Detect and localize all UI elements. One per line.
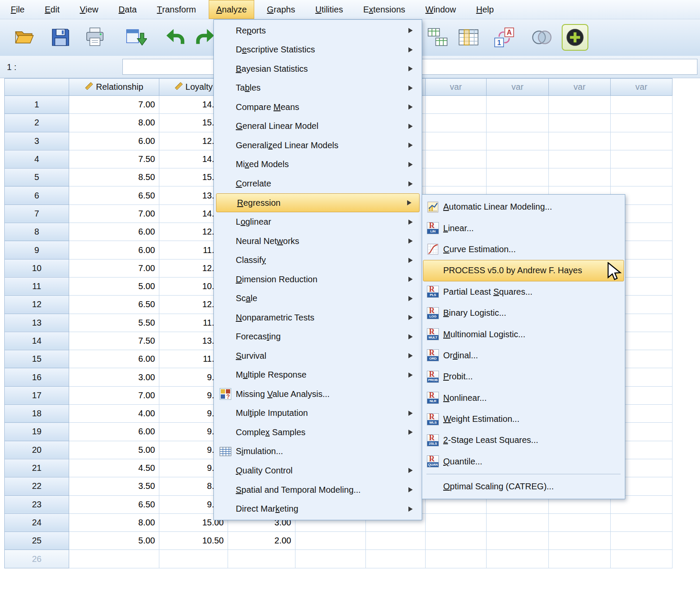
analyze-item-missing-value-analysis[interactable]: ?Missing Value Analysis... (215, 384, 421, 404)
analyze-item-multiple-response[interactable]: Multiple Response (215, 366, 421, 385)
regression-item-ordinal[interactable]: RORDOrdinal... (423, 345, 624, 366)
analyze-item-reports[interactable]: Reports (215, 21, 421, 40)
value-labels-button[interactable]: A1 (491, 24, 517, 51)
regression-item-process-v5-0-by-andrew-f-hayes[interactable]: PROCESS v5.0 by Andrew F. Hayes (423, 260, 624, 281)
undo-button[interactable] (161, 24, 188, 51)
row-header-13[interactable]: 13 (5, 314, 69, 332)
cell-r26-c8[interactable] (549, 550, 611, 568)
row-header-3[interactable]: 3 (5, 132, 69, 150)
row-header-17[interactable]: 17 (5, 386, 69, 404)
row-header-16[interactable]: 16 (5, 368, 69, 386)
cell-r13-c1[interactable]: 5.50 (69, 314, 159, 332)
cell-r18-c1[interactable]: 4.00 (69, 405, 159, 423)
cell-r21-c1[interactable]: 4.50 (69, 459, 159, 477)
column-header-var[interactable]: var (549, 79, 611, 96)
cell-r24-c8[interactable] (549, 513, 611, 531)
cell-r5-c9[interactable] (611, 168, 673, 186)
menu-window[interactable]: Window (418, 0, 463, 19)
cell-r10-c1[interactable]: 7.00 (69, 259, 159, 277)
menu-help[interactable]: Help (469, 0, 501, 19)
analyze-item-simulation[interactable]: Simulation... (215, 442, 421, 461)
analyze-item-complex-samples[interactable]: Complex Samples (215, 423, 421, 442)
analyze-item-mixed-models[interactable]: Mixed Models (215, 155, 421, 174)
regression-item-multinomial-logistic[interactable]: RMULTMultinomial Logistic... (423, 323, 624, 345)
analyze-item-classify[interactable]: Classify (215, 250, 421, 270)
cell-r6-c1[interactable]: 6.50 (69, 186, 159, 204)
insert-variable-button[interactable] (455, 24, 482, 51)
analyze-item-correlate[interactable]: Correlate (215, 174, 421, 193)
cell-r1-c8[interactable] (549, 96, 611, 114)
cell-r25-c5[interactable] (366, 532, 426, 550)
cell-r5-c6[interactable] (426, 168, 487, 186)
regression-item-partial-least-squares[interactable]: RPLSPartial Least Squares... (423, 281, 624, 302)
cell-r20-c1[interactable]: 5.00 (69, 441, 159, 459)
analyze-item-dimension-reduction[interactable]: Dimension Reduction (215, 270, 421, 289)
analyze-item-forecasting[interactable]: Forecasting (215, 327, 421, 347)
cell-r2-c7[interactable] (487, 114, 549, 132)
column-header-var[interactable]: var (426, 79, 487, 96)
cell-r14-c1[interactable]: 7.50 (69, 332, 159, 350)
cell-r17-c1[interactable]: 7.00 (69, 386, 159, 404)
row-header-22[interactable]: 22 (5, 477, 69, 495)
row-header-10[interactable]: 10 (5, 259, 69, 277)
analyze-item-regression[interactable]: Regression (216, 193, 420, 213)
cell-r1-c1[interactable]: 7.00 (69, 96, 159, 114)
regression-item-linear[interactable]: RLINLinear... (423, 217, 624, 238)
menu-extensions[interactable]: Extensions (356, 0, 413, 19)
cell-r2-c8[interactable] (549, 114, 611, 132)
column-header-var[interactable]: var (611, 79, 673, 96)
cell-r8-c1[interactable]: 6.00 (69, 223, 159, 241)
analyze-item-quality-control[interactable]: Quality Control (215, 461, 421, 480)
cell-r24-c7[interactable] (487, 513, 549, 531)
row-header-14[interactable]: 14 (5, 332, 69, 350)
cell-r1-c9[interactable] (611, 96, 673, 114)
cell-r4-c7[interactable] (487, 150, 549, 168)
row-header-1[interactable]: 1 (5, 96, 69, 114)
cell-r26-c5[interactable] (366, 550, 426, 568)
cell-r22-c1[interactable]: 3.50 (69, 477, 159, 495)
row-header-8[interactable]: 8 (5, 223, 69, 241)
cell-r26-c7[interactable] (487, 550, 549, 568)
row-header-21[interactable]: 21 (5, 459, 69, 477)
cell-r3-c6[interactable] (426, 132, 487, 150)
menu-edit[interactable]: Edit (37, 0, 67, 19)
cell-r3-c7[interactable] (487, 132, 549, 150)
menu-data[interactable]: Data (111, 0, 144, 19)
cell-r26-c1[interactable] (69, 550, 159, 568)
cell-r25-c2[interactable]: 10.50 (159, 532, 228, 550)
cell-r9-c1[interactable]: 6.00 (69, 241, 159, 259)
analyze-item-compare-means[interactable]: Compare Means (215, 98, 421, 117)
split-file-button[interactable] (424, 24, 451, 51)
cell-r2-c1[interactable]: 8.00 (69, 114, 159, 132)
regression-item-optimal-scaling-catreg[interactable]: Optimal Scaling (CATREG)... (423, 476, 624, 497)
analyze-item-spatial-and-temporal-modeling[interactable]: Spatial and Temporal Modeling... (215, 480, 421, 500)
cell-r26-c6[interactable] (426, 550, 487, 568)
cell-r25-c1[interactable]: 5.00 (69, 532, 159, 550)
cell-r3-c8[interactable] (549, 132, 611, 150)
cell-r3-c9[interactable] (611, 132, 673, 150)
analyze-item-loglinear[interactable]: Loglinear (215, 212, 421, 232)
cell-r2-c9[interactable] (611, 114, 673, 132)
cell-r25-c4[interactable] (295, 532, 366, 550)
analyze-item-multiple-imputation[interactable]: Multiple Imputation (215, 404, 421, 423)
analyze-item-nonparametric-tests[interactable]: Nonparametric Tests (215, 308, 421, 327)
analyze-item-bayesian-statistics[interactable]: Bayesian Statistics (215, 59, 421, 79)
cell-r26-c9[interactable] (611, 550, 673, 568)
analyze-item-neural-networks[interactable]: Neural Networks (215, 232, 421, 251)
row-header-9[interactable]: 9 (5, 241, 69, 259)
cell-r26-c2[interactable] (159, 550, 228, 568)
cell-r25-c9[interactable] (611, 532, 673, 550)
analyze-item-general-linear-model[interactable]: General Linear Model (215, 117, 421, 136)
cell-r2-c6[interactable] (426, 114, 487, 132)
cell-r15-c1[interactable]: 6.00 (69, 350, 159, 368)
analyze-item-scale[interactable]: Scale (215, 289, 421, 308)
regression-item-nonlinear[interactable]: RNLRNonlinear... (423, 388, 624, 409)
grid-corner-cell[interactable] (5, 79, 69, 96)
menu-file[interactable]: File (3, 0, 32, 19)
menu-graphs[interactable]: Graphs (260, 0, 303, 19)
cell-r4-c6[interactable] (426, 150, 487, 168)
cell-r25-c7[interactable] (487, 532, 549, 550)
cell-r24-c9[interactable] (611, 513, 673, 531)
analyze-item-tables[interactable]: Tables (215, 79, 421, 98)
cell-r16-c1[interactable]: 3.00 (69, 368, 159, 386)
